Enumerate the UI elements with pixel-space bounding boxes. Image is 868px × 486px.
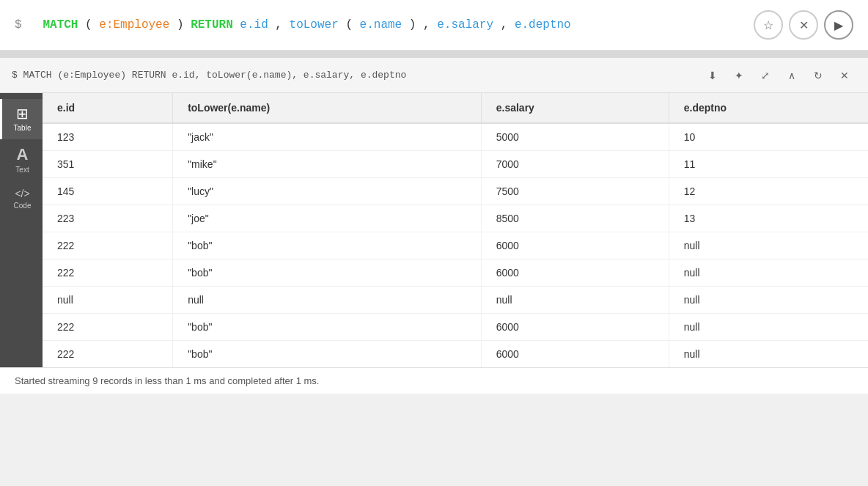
result-header: $ MATCH (e:Employee) RETURN e.id, toLowe… bbox=[0, 58, 868, 93]
cell-eid: 145 bbox=[43, 178, 173, 205]
top-icon-group: ☆ ✕ ▶ bbox=[754, 10, 853, 40]
table-area: e.id toLower(e.name) e.salary e.deptno 1… bbox=[43, 93, 868, 367]
cell-salary: null bbox=[481, 287, 669, 314]
cell-name: "bob" bbox=[173, 341, 482, 368]
close-button[interactable]: ✕ bbox=[789, 10, 818, 40]
table-row: 222"bob"6000null bbox=[43, 259, 868, 287]
cell-salary: 5000 bbox=[481, 123, 669, 151]
collapse-button[interactable]: ∧ bbox=[780, 64, 803, 87]
cell-salary: 6000 bbox=[481, 314, 669, 341]
result-query-text: $ MATCH (e:Employee) RETURN e.id, toLowe… bbox=[12, 70, 689, 81]
cell-deptno: null bbox=[669, 259, 868, 287]
cell-name: "bob" bbox=[173, 232, 482, 259]
cell-deptno: 10 bbox=[669, 123, 868, 151]
cell-eid: 222 bbox=[43, 259, 173, 287]
col-name: toLower(e.name) bbox=[173, 93, 482, 123]
cell-salary: 7500 bbox=[481, 178, 669, 205]
table-row: 223"joe"850013 bbox=[43, 205, 868, 232]
table-row: 222"bob"6000null bbox=[43, 341, 868, 368]
cell-name: "jack" bbox=[173, 123, 482, 151]
cell-name: "mike" bbox=[173, 151, 482, 178]
cell-eid: 222 bbox=[43, 314, 173, 341]
cell-salary: 6000 bbox=[481, 341, 669, 368]
cell-deptno: null bbox=[669, 341, 868, 368]
col-eid: e.id bbox=[43, 93, 173, 123]
cell-salary: 8500 bbox=[481, 205, 669, 232]
cell-deptno: 12 bbox=[669, 178, 868, 205]
col-salary: e.salary bbox=[481, 93, 669, 123]
cell-deptno: 11 bbox=[669, 151, 868, 178]
star-button[interactable]: ☆ bbox=[754, 10, 783, 40]
code-icon: </> bbox=[15, 188, 29, 199]
play-button[interactable]: ▶ bbox=[824, 10, 853, 40]
cell-eid: 351 bbox=[43, 151, 173, 178]
sidebar-item-text[interactable]: A Text bbox=[0, 139, 43, 181]
cell-name: "lucy" bbox=[173, 178, 482, 205]
cell-deptno: null bbox=[669, 287, 868, 314]
cell-salary: 6000 bbox=[481, 232, 669, 259]
cell-eid: 223 bbox=[43, 205, 173, 232]
sidebar-item-table[interactable]: ⊞ Table bbox=[0, 99, 43, 139]
col-deptno: e.deptno bbox=[669, 93, 868, 123]
table-row: 222"bob"6000null bbox=[43, 232, 868, 259]
table-header-row: e.id toLower(e.name) e.salary e.deptno bbox=[43, 93, 868, 123]
sidebar-item-code[interactable]: </> Code bbox=[0, 181, 43, 217]
cell-deptno: null bbox=[669, 314, 868, 341]
cell-deptno: 13 bbox=[669, 205, 868, 232]
dollar-sign: $ bbox=[15, 18, 22, 32]
cell-eid: 222 bbox=[43, 341, 173, 368]
cell-eid: 222 bbox=[43, 232, 173, 259]
result-actions: ⬇ ✦ ⤢ ∧ ↻ ✕ bbox=[701, 64, 856, 87]
cell-name: "joe" bbox=[173, 205, 482, 232]
cell-name: "bob" bbox=[173, 259, 482, 287]
table-row: 222"bob"6000null bbox=[43, 314, 868, 341]
status-message: Started streaming 9 records in less than… bbox=[15, 375, 319, 386]
result-close-button[interactable]: ✕ bbox=[833, 64, 856, 87]
table-icon: ⊞ bbox=[16, 106, 29, 121]
cell-salary: 6000 bbox=[481, 259, 669, 287]
sidebar-item-text-label: Text bbox=[15, 166, 29, 174]
top-query-bar: $ MATCH ( e:Employee ) RETURN e.id , toL… bbox=[0, 0, 868, 51]
sidebar-item-code-label: Code bbox=[14, 202, 32, 210]
table-row: 351"mike"700011 bbox=[43, 151, 868, 178]
sidebar-item-table-label: Table bbox=[14, 124, 32, 132]
table-row: nullnullnullnull bbox=[43, 287, 868, 314]
table-row: 145"lucy"750012 bbox=[43, 178, 868, 205]
result-panel: $ MATCH (e:Employee) RETURN e.id, toLowe… bbox=[0, 58, 868, 394]
cell-salary: 7000 bbox=[481, 151, 669, 178]
refresh-button[interactable]: ↻ bbox=[806, 64, 830, 87]
cell-deptno: null bbox=[669, 232, 868, 259]
top-query-display: $ MATCH ( e:Employee ) RETURN e.id , toL… bbox=[15, 18, 571, 32]
cell-name: "bob" bbox=[173, 314, 482, 341]
table-row: 123"jack"500010 bbox=[43, 123, 868, 151]
sidebar: ⊞ Table A Text </> Code bbox=[0, 93, 43, 367]
cell-eid: 123 bbox=[43, 123, 173, 151]
pin-button[interactable]: ✦ bbox=[727, 64, 751, 87]
status-bar: Started streaming 9 records in less than… bbox=[0, 367, 868, 394]
cell-eid: null bbox=[43, 287, 173, 314]
text-icon: A bbox=[17, 147, 29, 163]
results-table: e.id toLower(e.name) e.salary e.deptno 1… bbox=[43, 93, 868, 367]
divider bbox=[0, 51, 868, 58]
cell-name: null bbox=[173, 287, 482, 314]
download-button[interactable]: ⬇ bbox=[701, 64, 724, 87]
expand-button[interactable]: ⤢ bbox=[754, 64, 777, 87]
main-content: ⊞ Table A Text </> Code e.id toLower(e.n… bbox=[0, 93, 868, 367]
